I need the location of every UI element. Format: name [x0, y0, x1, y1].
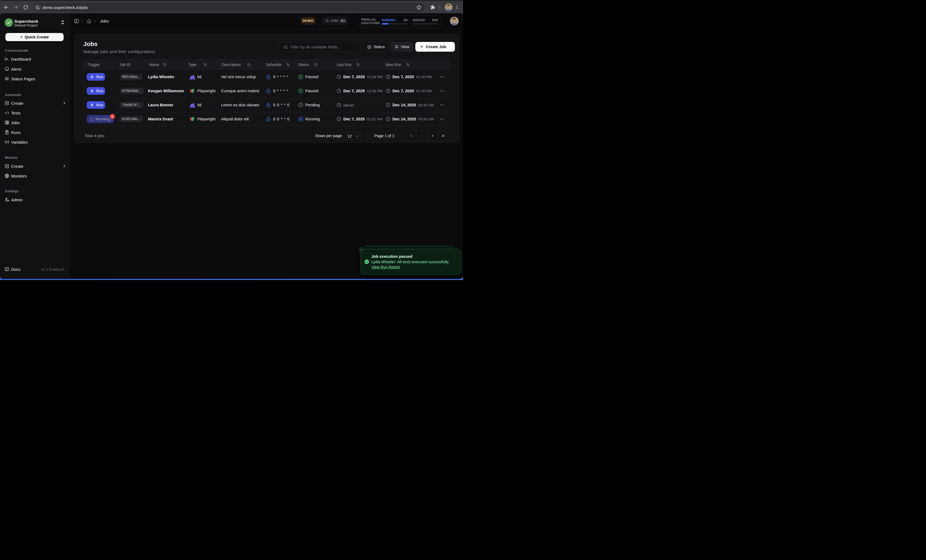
svg-text:k6: k6	[191, 77, 194, 79]
svg-text:k6: k6	[191, 105, 194, 107]
